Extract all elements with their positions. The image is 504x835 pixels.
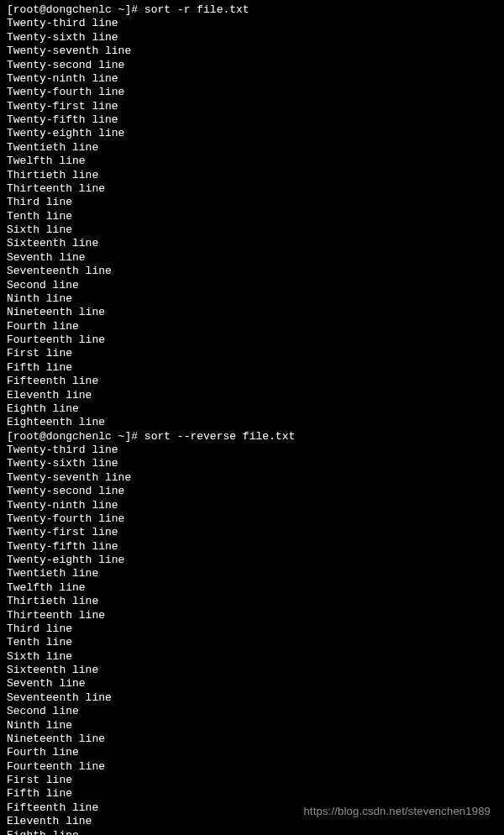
output-line: Nineteenth line [7, 306, 497, 319]
output-line: Twenty-ninth line [7, 499, 497, 512]
output-line: Sixteenth line [7, 237, 497, 250]
terminal-output[interactable]: [root@dongchenlc ~]# sort -r file.txtTwe… [7, 3, 497, 835]
output-line: Seventh line [7, 677, 497, 691]
shell-prompt-line: [root@dongchenlc ~]# sort --reverse file… [7, 430, 497, 444]
output-line: Fifteenth line [7, 375, 497, 388]
shell-prompt-line: [root@dongchenlc ~]# sort -r file.txt [7, 3, 497, 17]
watermark-text: https://blog.csdn.net/stevenchen1989 [303, 805, 491, 818]
shell-command: sort --reverse file.txt [144, 430, 295, 443]
output-line: Fifth line [7, 787, 497, 801]
output-line: Ninth line [7, 292, 497, 306]
shell-command: sort -r file.txt [144, 3, 249, 16]
output-line: Twenty-fifth line [7, 540, 497, 554]
output-line: Twenty-second line [7, 485, 497, 498]
output-line: Sixth line [7, 223, 497, 237]
output-line: Ninth line [7, 719, 497, 733]
output-line: Third line [7, 622, 497, 636]
output-line: Eleventh line [7, 389, 497, 402]
output-line: Eighth line [7, 829, 497, 836]
output-line: Twenty-second line [7, 59, 497, 72]
output-line: Twenty-fourth line [7, 86, 497, 99]
output-line: Fourth line [7, 320, 497, 333]
output-line: Twenty-third line [7, 17, 497, 30]
shell-prompt-prefix: [root@dongchenlc ~]# [7, 3, 144, 16]
output-line: Tenth line [7, 210, 497, 223]
output-line: Seventh line [7, 251, 497, 265]
output-line: Twentieth line [7, 141, 497, 155]
output-line: Nineteenth line [7, 733, 497, 746]
shell-prompt-prefix: [root@dongchenlc ~]# [7, 430, 144, 443]
output-line: Thirtieth line [7, 169, 497, 182]
output-line: Eighteenth line [7, 416, 497, 429]
output-line: Second line [7, 279, 497, 292]
output-line: Twenty-third line [7, 444, 497, 457]
output-line: Twenty-seventh line [7, 45, 497, 58]
output-line: Seventeenth line [7, 691, 497, 705]
output-line: Tenth line [7, 636, 497, 649]
output-line: Second line [7, 705, 497, 718]
output-line: Twenty-sixth line [7, 457, 497, 470]
output-line: Twenty-fourth line [7, 512, 497, 526]
output-line: Twenty-sixth line [7, 31, 497, 45]
output-line: Thirteenth line [7, 609, 497, 622]
output-line: Twenty-first line [7, 526, 497, 539]
output-line: Fourteenth line [7, 760, 497, 774]
output-line: Twentieth line [7, 567, 497, 580]
output-line: Twelfth line [7, 155, 497, 168]
output-line: Twelfth line [7, 581, 497, 595]
output-line: Thirtieth line [7, 595, 497, 608]
output-line: Eighth line [7, 402, 497, 416]
output-line: Twenty-eighth line [7, 127, 497, 140]
output-line: Sixth line [7, 650, 497, 664]
output-line: Twenty-ninth line [7, 72, 497, 86]
output-line: Twenty-seventh line [7, 471, 497, 485]
output-line: Seventeenth line [7, 265, 497, 278]
output-line: Thirteenth line [7, 182, 497, 196]
output-line: Twenty-first line [7, 100, 497, 113]
output-line: Third line [7, 196, 497, 209]
output-line: Fifth line [7, 361, 497, 375]
output-line: Sixteenth line [7, 664, 497, 677]
output-line: First line [7, 347, 497, 360]
output-line: Fourth line [7, 746, 497, 759]
output-line: Twenty-fifth line [7, 113, 497, 127]
output-line: Twenty-eighth line [7, 554, 497, 567]
output-line: Fourteenth line [7, 333, 497, 347]
output-line: First line [7, 774, 497, 787]
